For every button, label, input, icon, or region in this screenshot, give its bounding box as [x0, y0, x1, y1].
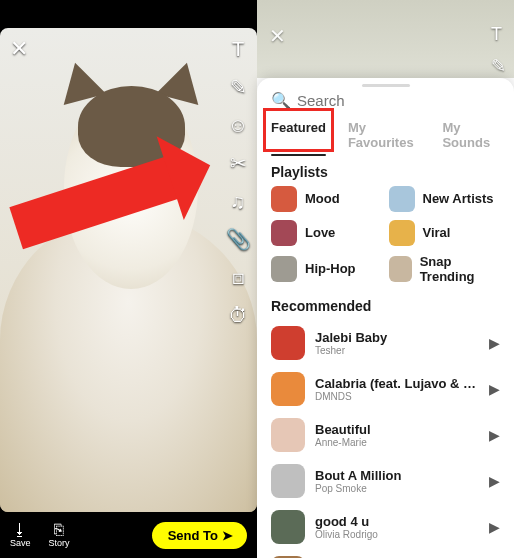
play-icon[interactable]: ▶ [489, 473, 500, 489]
playlists-header: Playlists [257, 156, 514, 186]
song-title: Bout A Million [315, 468, 479, 483]
music-icon[interactable]: ♫ [225, 188, 251, 214]
pencil-icon[interactable]: ✎ [491, 55, 506, 77]
song-thumb [271, 326, 305, 360]
playlist-item[interactable]: Mood [271, 186, 383, 212]
playlist-label: Mood [305, 191, 340, 206]
close-icon[interactable]: ✕ [10, 36, 28, 62]
playlist-item[interactable]: Love [271, 220, 383, 246]
song-title: Calabria (feat. Lujavo & Nito-Onna) [315, 376, 479, 391]
timer-icon[interactable]: ⏱ [225, 302, 251, 328]
sheet-handle[interactable] [362, 84, 410, 87]
save-button[interactable]: ⭳ Save [10, 522, 31, 548]
song-artist: Tesher [315, 345, 479, 356]
play-icon[interactable]: ▶ [489, 427, 500, 443]
song-row[interactable]: Thot ShitMegan thee Stallion▶ [263, 550, 508, 558]
playlist-label: Hip-Hop [305, 261, 356, 276]
bottom-bar: ⭳ Save ⎘ Story Send To ➤ [0, 512, 257, 558]
editor-toolbar: T✎ [491, 24, 506, 77]
song-meta: BeautifulAnne-Marie [315, 422, 479, 448]
playlist-thumb [271, 186, 297, 212]
attachment-icon[interactable]: 📎 [225, 226, 251, 252]
music-sheet: 🔍 FeaturedMy FavouritesMy Sounds Playlis… [257, 78, 514, 558]
song-meta: Calabria (feat. Lujavo & Nito-Onna)DMNDS [315, 376, 479, 402]
song-row[interactable]: BeautifulAnne-Marie▶ [263, 412, 508, 458]
song-thumb [271, 464, 305, 498]
send-arrow-icon: ➤ [222, 528, 233, 543]
search-input[interactable] [297, 92, 500, 109]
song-title: good 4 u [315, 514, 479, 529]
song-title: Jalebi Baby [315, 330, 479, 345]
story-button[interactable]: ⎘ Story [49, 522, 70, 548]
song-meta: Bout A MillionPop Smoke [315, 468, 479, 494]
music-tabs: FeaturedMy FavouritesMy Sounds [257, 110, 514, 156]
tab-my-favourites[interactable]: My Favourites [348, 120, 421, 150]
play-icon[interactable]: ▶ [489, 519, 500, 535]
recommended-header: Recommended [257, 290, 514, 320]
song-thumb [271, 418, 305, 452]
song-meta: Jalebi BabyTesher [315, 330, 479, 356]
close-icon[interactable]: ✕ [269, 24, 286, 48]
playlist-item[interactable]: Hip-Hop [271, 254, 383, 284]
snap-preview[interactable] [0, 28, 257, 512]
download-icon: ⭳ [12, 522, 28, 538]
playlist-thumb [271, 256, 297, 282]
song-thumb [271, 372, 305, 406]
story-icon: ⎘ [54, 522, 64, 538]
search-icon: 🔍 [271, 91, 291, 110]
playlist-thumb [389, 186, 415, 212]
pencil-icon[interactable]: ✎ [225, 74, 251, 100]
save-label: Save [10, 538, 31, 548]
sticker-icon[interactable]: ☺ [225, 112, 251, 138]
music-picker-screen: ✕ T✎ 🔍 FeaturedMy FavouritesMy Sounds Pl… [257, 0, 514, 558]
playlist-thumb [389, 256, 412, 282]
playlist-label: Viral [423, 225, 451, 240]
song-row[interactable]: Bout A MillionPop Smoke▶ [263, 458, 508, 504]
snap-preview-peek: ✕ T✎ [257, 0, 514, 78]
song-artist: DMNDS [315, 391, 479, 402]
playlist-label: Snap Trending [420, 254, 500, 284]
send-to-label: Send To [168, 528, 218, 543]
playlist-item[interactable]: Snap Trending [389, 254, 501, 284]
playlists-grid: MoodNew ArtistsLoveViralHip-HopSnap Tren… [257, 186, 514, 290]
song-artist: Pop Smoke [315, 483, 479, 494]
scissors-icon[interactable]: ✂ [225, 150, 251, 176]
song-artist: Olivia Rodrigo [315, 529, 479, 540]
playlist-thumb [389, 220, 415, 246]
send-to-button[interactable]: Send To ➤ [152, 522, 247, 549]
play-icon[interactable]: ▶ [489, 381, 500, 397]
song-row[interactable]: good 4 uOlivia Rodrigo▶ [263, 504, 508, 550]
song-row[interactable]: Calabria (feat. Lujavo & Nito-Onna)DMNDS… [263, 366, 508, 412]
song-thumb [271, 510, 305, 544]
song-row[interactable]: Jalebi BabyTesher▶ [263, 320, 508, 366]
playlist-label: New Artists [423, 191, 494, 206]
crop-icon[interactable]: ⧈ [225, 264, 251, 290]
playlist-item[interactable]: New Artists [389, 186, 501, 212]
tab-my-sounds[interactable]: My Sounds [442, 120, 500, 150]
editor-toolbar: T✎☺✂♫📎⧈⏱ [225, 36, 251, 328]
song-title: Beautiful [315, 422, 479, 437]
search-row: 🔍 [257, 91, 514, 110]
playlist-item[interactable]: Viral [389, 220, 501, 246]
text-icon[interactable]: T [491, 24, 506, 45]
playlist-label: Love [305, 225, 335, 240]
story-label: Story [49, 538, 70, 548]
snap-editor-screen: ✕ T✎☺✂♫📎⧈⏱ ⭳ Save ⎘ Story Send To ➤ [0, 0, 257, 558]
play-icon[interactable]: ▶ [489, 335, 500, 351]
tab-featured[interactable]: Featured [271, 120, 326, 150]
text-icon[interactable]: T [225, 36, 251, 62]
playlist-thumb [271, 220, 297, 246]
song-meta: good 4 uOlivia Rodrigo [315, 514, 479, 540]
recommended-list: Jalebi BabyTesher▶Calabria (feat. Lujavo… [257, 320, 514, 558]
song-artist: Anne-Marie [315, 437, 479, 448]
